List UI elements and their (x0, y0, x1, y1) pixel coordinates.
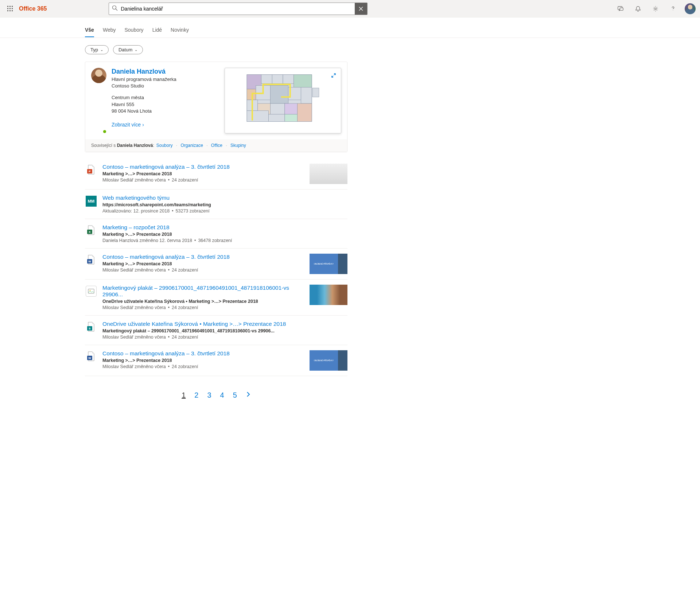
person-avatar (91, 68, 106, 83)
svg-rect-0 (7, 6, 8, 7)
related-link-office[interactable]: Office (211, 143, 222, 148)
result-path: https://microsoft.sharepoint.com/teams/m… (102, 202, 347, 207)
related-link-soubory[interactable]: Soubory (156, 143, 173, 148)
svg-rect-29 (270, 104, 285, 114)
result-row: S OneDrive uživatele Kateřina Sýkorová •… (85, 316, 347, 345)
notifications-icon[interactable] (632, 3, 644, 15)
doc-icon: W (85, 350, 97, 371)
svg-rect-35 (312, 88, 319, 97)
search-box[interactable] (109, 3, 368, 15)
result-title[interactable]: Contoso – marketingová analýza – 3. čtvr… (102, 350, 304, 357)
result-row: P Contoso – marketingová analýza – 3. čt… (85, 159, 347, 190)
svg-rect-1 (9, 6, 11, 7)
svg-text:W: W (88, 356, 91, 360)
svg-rect-32 (247, 111, 268, 122)
chevron-right-icon: › (142, 122, 144, 128)
next-page-icon[interactable] (246, 391, 251, 399)
person-card: Daniela Hanzlová Hlavní programová manaž… (85, 62, 347, 152)
person-addr-1: Centrum města (112, 94, 219, 101)
person-name[interactable]: Daniela Hanzlová (112, 68, 219, 75)
result-row: MM Web marketingového týmu https://micro… (85, 190, 347, 219)
result-title[interactable]: Contoso – marketingová analýza – 3. čtvr… (102, 254, 304, 260)
app-launcher-icon[interactable] (4, 3, 16, 15)
svg-rect-7 (9, 10, 11, 11)
related-link-skupiny[interactable]: Skupiny (230, 143, 246, 148)
search-icon (109, 5, 121, 12)
related-link-organizace[interactable]: Organizace (180, 143, 203, 148)
svg-point-9 (113, 5, 116, 9)
page-4[interactable]: 4 (220, 391, 224, 399)
svg-rect-34 (285, 114, 298, 122)
related-links-bar: Související s Daniela Hanzlová:Soubory ·… (85, 139, 347, 152)
user-avatar[interactable] (685, 3, 696, 14)
svg-rect-31 (298, 104, 312, 121)
svg-rect-24 (270, 85, 288, 103)
page-5[interactable]: 5 (233, 391, 237, 399)
floor-plan-svg (225, 68, 341, 133)
sway-icon: S (85, 321, 97, 340)
filter-type[interactable]: Typ⌄ (85, 45, 109, 54)
result-meta: Miloslav Sedlář změněno včera•24 zobraze… (102, 177, 304, 183)
tab-soubory[interactable]: Soubory (124, 25, 143, 37)
filter-row: Typ⌄ Datum⌄ (85, 45, 347, 54)
header: Office 365 (0, 0, 700, 17)
svg-point-43 (90, 290, 91, 291)
result-path: Marketing >…> Prezentace 2018 (102, 358, 304, 363)
result-title[interactable]: OneDrive uživatele Kateřina Sýkorová • M… (102, 321, 347, 327)
svg-rect-14 (620, 8, 623, 10)
help-icon[interactable] (667, 3, 679, 15)
expand-icon[interactable] (329, 71, 338, 80)
tab-lidé[interactable]: Lidé (152, 25, 162, 37)
tab-weby[interactable]: Weby (103, 25, 116, 37)
svg-rect-19 (272, 75, 283, 84)
result-meta: Aktualizováno: 12. prosince 2018•53273 z… (102, 208, 347, 214)
person-company: Contoso Studio (112, 83, 219, 89)
page-1[interactable]: 1 (182, 391, 186, 399)
tab-novinky[interactable]: Novinky (171, 25, 189, 37)
search-tabs: VšeWebySouboryLidéNovinky (85, 25, 347, 38)
presence-available-icon (102, 129, 107, 134)
page-2[interactable]: 2 (194, 391, 198, 399)
svg-text:S: S (89, 327, 91, 330)
result-title[interactable]: Contoso – marketingová analýza – 3. čtvr… (102, 164, 304, 170)
ppt-icon: P (85, 164, 97, 184)
svg-rect-8 (12, 10, 13, 11)
result-meta: Miloslav Sedlář změněno včera•24 zobraze… (102, 305, 304, 310)
svg-rect-26 (301, 87, 312, 104)
filter-date[interactable]: Datum⌄ (113, 45, 143, 54)
floor-map[interactable] (225, 68, 341, 133)
result-row: W Contoso – marketingová analýza – 3. čt… (85, 249, 347, 280)
pagination: 12345 (85, 391, 347, 399)
result-path: Marketing >…> Prezentace 2018 (102, 232, 347, 237)
person-addr-3: 98 004 Nová Lhota (112, 108, 219, 114)
svg-text:X: X (89, 230, 91, 234)
result-title[interactable]: Marketingový plakát – 29906170001_487196… (102, 285, 304, 298)
show-more-link[interactable]: Zobrazit více › (112, 122, 144, 128)
person-addr-2: Hlavní 555 (112, 101, 219, 108)
settings-icon[interactable] (650, 3, 661, 15)
svg-line-10 (116, 9, 118, 11)
result-title[interactable]: Web marketingového týmu (102, 195, 347, 201)
svg-text:P: P (89, 170, 91, 173)
result-meta: Miloslav Sedlář změněno včera•24 zobraze… (102, 335, 347, 340)
brand-label: Office 365 (19, 5, 47, 12)
site-icon: MM (85, 195, 97, 214)
svg-text:W: W (88, 260, 91, 263)
search-input[interactable] (121, 6, 355, 12)
result-path: OneDrive uživatele Kateřina Sýkorová • M… (102, 299, 304, 304)
svg-rect-42 (88, 289, 94, 293)
svg-rect-18 (261, 75, 272, 84)
result-title[interactable]: Marketing – rozpočet 2018 (102, 224, 347, 231)
header-actions (615, 3, 696, 15)
result-meta: Daniela Hanzlová změněno 12. června 2018… (102, 238, 347, 243)
svg-rect-30 (285, 104, 298, 114)
result-path: Marketing >…> Prezentace 2018 (102, 171, 304, 176)
chevron-down-icon: ⌄ (135, 48, 137, 52)
tab-vše[interactable]: Vše (85, 25, 94, 37)
svg-rect-5 (12, 8, 13, 9)
chat-icon[interactable] (615, 3, 626, 15)
svg-rect-3 (7, 8, 8, 9)
result-row: Marketingový plakát – 29906170001_487196… (85, 280, 347, 316)
clear-search-button[interactable] (355, 3, 367, 15)
page-3[interactable]: 3 (207, 391, 211, 399)
